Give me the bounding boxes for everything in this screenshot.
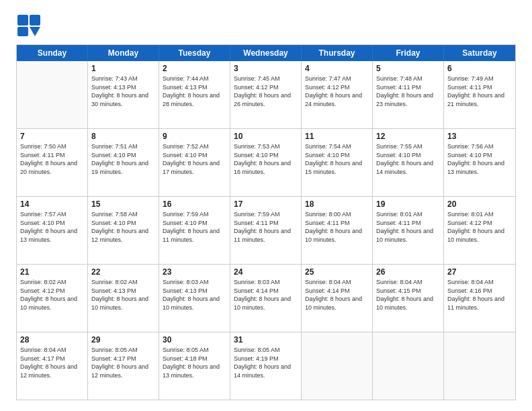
calendar-cell: 31Sunrise: 8:05 AMSunset: 4:19 PMDayligh… [230, 332, 302, 400]
calendar-cell: 4Sunrise: 7:47 AMSunset: 4:12 PMDaylight… [302, 61, 373, 128]
calendar-cell: 15Sunrise: 7:58 AMSunset: 4:10 PMDayligh… [88, 197, 159, 264]
day-number: 28 [20, 334, 84, 345]
calendar-cell: 6Sunrise: 7:49 AMSunset: 4:11 PMDaylight… [444, 61, 515, 128]
cell-info: Sunrise: 7:44 AMSunset: 4:13 PMDaylight:… [163, 75, 226, 108]
cell-info: Sunrise: 8:04 AMSunset: 4:14 PMDaylight:… [305, 278, 369, 312]
cell-info: Sunrise: 8:05 AMSunset: 4:18 PMDaylight:… [163, 346, 226, 379]
cell-info: Sunrise: 8:04 AMSunset: 4:15 PMDaylight:… [376, 278, 440, 312]
cell-info: Sunrise: 8:04 AMSunset: 4:17 PMDaylight:… [20, 346, 84, 379]
day-number: 8 [91, 131, 155, 142]
day-number: 23 [163, 267, 226, 277]
day-number: 6 [447, 63, 512, 74]
day-number: 9 [163, 131, 226, 142]
day-number: 22 [91, 267, 155, 277]
cell-info: Sunrise: 8:03 AMSunset: 4:14 PMDaylight:… [234, 278, 298, 312]
day-number: 13 [447, 131, 512, 142]
day-number: 10 [234, 131, 298, 142]
calendar-cell: 21Sunrise: 8:02 AMSunset: 4:12 PMDayligh… [17, 265, 88, 332]
day-number: 31 [234, 334, 298, 345]
cell-info: Sunrise: 7:57 AMSunset: 4:10 PMDaylight:… [20, 210, 84, 244]
day-number: 20 [447, 199, 512, 210]
weekday-header: Friday [373, 45, 444, 61]
day-number: 21 [20, 267, 84, 277]
calendar-cell: 14Sunrise: 7:57 AMSunset: 4:10 PMDayligh… [17, 197, 88, 264]
day-number: 1 [91, 63, 155, 74]
cell-info: Sunrise: 7:54 AMSunset: 4:10 PMDaylight:… [305, 142, 369, 176]
calendar-row: 14Sunrise: 7:57 AMSunset: 4:10 PMDayligh… [17, 196, 515, 264]
svg-marker-3 [30, 27, 40, 36]
weekday-header: Monday [88, 45, 159, 61]
day-number: 12 [376, 131, 440, 142]
calendar-cell [373, 332, 444, 400]
calendar-body: 1Sunrise: 7:43 AMSunset: 4:13 PMDaylight… [17, 61, 515, 400]
cell-info: Sunrise: 7:47 AMSunset: 4:12 PMDaylight:… [305, 75, 369, 108]
calendar-cell: 17Sunrise: 7:59 AMSunset: 4:11 PMDayligh… [230, 197, 302, 264]
calendar-cell: 9Sunrise: 7:52 AMSunset: 4:10 PMDaylight… [159, 129, 230, 196]
calendar-cell: 19Sunrise: 8:01 AMSunset: 4:11 PMDayligh… [373, 197, 444, 264]
day-number: 24 [234, 267, 298, 277]
cell-info: Sunrise: 7:56 AMSunset: 4:10 PMDaylight:… [447, 142, 512, 176]
day-number: 5 [376, 63, 440, 74]
calendar-cell: 8Sunrise: 7:51 AMSunset: 4:10 PMDaylight… [88, 129, 159, 196]
svg-rect-0 [17, 15, 28, 26]
day-number: 4 [305, 63, 369, 74]
cell-info: Sunrise: 7:48 AMSunset: 4:11 PMDaylight:… [376, 75, 440, 108]
day-number: 14 [20, 199, 84, 210]
calendar: SundayMondayTuesdayWednesdayThursdayFrid… [16, 44, 516, 400]
calendar-cell: 28Sunrise: 8:04 AMSunset: 4:17 PMDayligh… [17, 332, 88, 400]
cell-info: Sunrise: 8:02 AMSunset: 4:12 PMDaylight:… [20, 278, 84, 312]
cell-info: Sunrise: 7:59 AMSunset: 4:11 PMDaylight:… [234, 210, 298, 244]
weekday-header: Sunday [17, 45, 88, 61]
svg-rect-2 [17, 27, 28, 36]
day-number: 25 [305, 267, 369, 277]
calendar-cell: 3Sunrise: 7:45 AMSunset: 4:12 PMDaylight… [230, 61, 302, 128]
day-number: 3 [234, 63, 298, 74]
cell-info: Sunrise: 8:05 AMSunset: 4:17 PMDaylight:… [91, 346, 155, 379]
calendar-cell: 16Sunrise: 7:59 AMSunset: 4:10 PMDayligh… [159, 197, 230, 264]
calendar-cell: 24Sunrise: 8:03 AMSunset: 4:14 PMDayligh… [230, 265, 302, 332]
cell-info: Sunrise: 7:58 AMSunset: 4:10 PMDaylight:… [91, 210, 155, 244]
day-number: 29 [91, 334, 155, 345]
calendar-cell [17, 61, 88, 128]
calendar-cell: 1Sunrise: 7:43 AMSunset: 4:13 PMDaylight… [88, 61, 159, 128]
calendar-cell: 23Sunrise: 8:03 AMSunset: 4:13 PMDayligh… [159, 265, 230, 332]
cell-info: Sunrise: 8:02 AMSunset: 4:13 PMDaylight:… [91, 278, 155, 312]
calendar-cell: 2Sunrise: 7:44 AMSunset: 4:13 PMDaylight… [159, 61, 230, 128]
weekday-header: Saturday [444, 45, 515, 61]
calendar-cell: 30Sunrise: 8:05 AMSunset: 4:18 PMDayligh… [159, 332, 230, 400]
day-number: 26 [376, 267, 440, 277]
cell-info: Sunrise: 8:04 AMSunset: 4:16 PMDaylight:… [447, 278, 512, 312]
day-number: 27 [447, 267, 512, 277]
day-number: 15 [91, 199, 155, 210]
cell-info: Sunrise: 8:01 AMSunset: 4:11 PMDaylight:… [376, 210, 440, 244]
day-number: 2 [163, 63, 226, 74]
calendar-cell: 5Sunrise: 7:48 AMSunset: 4:11 PMDaylight… [373, 61, 444, 128]
calendar-cell: 18Sunrise: 8:00 AMSunset: 4:11 PMDayligh… [302, 197, 373, 264]
day-number: 17 [234, 199, 298, 210]
calendar-header: SundayMondayTuesdayWednesdayThursdayFrid… [17, 45, 515, 61]
weekday-header: Wednesday [230, 45, 302, 61]
calendar-row: 7Sunrise: 7:50 AMSunset: 4:11 PMDaylight… [17, 128, 515, 196]
calendar-cell: 26Sunrise: 8:04 AMSunset: 4:15 PMDayligh… [373, 265, 444, 332]
calendar-cell: 20Sunrise: 8:01 AMSunset: 4:12 PMDayligh… [444, 197, 515, 264]
cell-info: Sunrise: 7:43 AMSunset: 4:13 PMDaylight:… [91, 75, 155, 108]
weekday-header: Thursday [302, 45, 373, 61]
cell-info: Sunrise: 8:00 AMSunset: 4:11 PMDaylight:… [305, 210, 369, 244]
calendar-cell: 29Sunrise: 8:05 AMSunset: 4:17 PMDayligh… [88, 332, 159, 400]
weekday-header: Tuesday [159, 45, 230, 61]
calendar-cell: 7Sunrise: 7:50 AMSunset: 4:11 PMDaylight… [17, 129, 88, 196]
day-number: 18 [305, 199, 369, 210]
calendar-row: 28Sunrise: 8:04 AMSunset: 4:17 PMDayligh… [17, 332, 515, 400]
page: SundayMondayTuesdayWednesdayThursdayFrid… [0, 0, 532, 411]
day-number: 7 [20, 131, 84, 142]
cell-info: Sunrise: 8:03 AMSunset: 4:13 PMDaylight:… [163, 278, 226, 312]
calendar-cell: 13Sunrise: 7:56 AMSunset: 4:10 PMDayligh… [444, 129, 515, 196]
day-number: 30 [163, 334, 226, 345]
calendar-cell [302, 332, 373, 400]
calendar-cell: 27Sunrise: 8:04 AMSunset: 4:16 PMDayligh… [444, 265, 515, 332]
cell-info: Sunrise: 7:52 AMSunset: 4:10 PMDaylight:… [163, 142, 226, 176]
calendar-cell [444, 332, 515, 400]
day-number: 11 [305, 131, 369, 142]
cell-info: Sunrise: 7:45 AMSunset: 4:12 PMDaylight:… [234, 75, 298, 108]
cell-info: Sunrise: 7:49 AMSunset: 4:11 PMDaylight:… [447, 75, 512, 108]
